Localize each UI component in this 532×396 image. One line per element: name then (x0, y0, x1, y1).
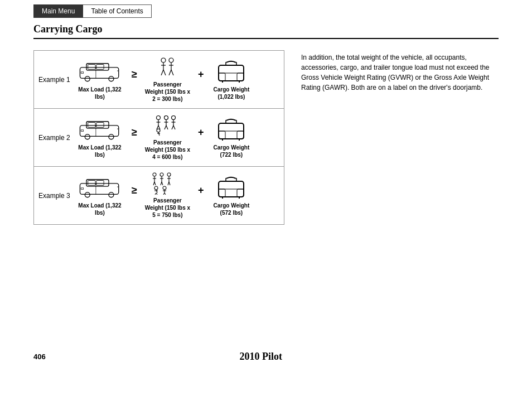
svg-rect-9 (81, 72, 83, 74)
vehicle-3: Max Load (1,322 lbs) (75, 175, 125, 216)
svg-point-3 (109, 76, 114, 81)
svg-point-2 (85, 76, 90, 81)
vehicle-2: Max Load (1,322 lbs) (75, 117, 125, 158)
svg-rect-98 (237, 189, 244, 197)
svg-rect-5 (88, 65, 95, 70)
cargo-2: Cargo Weight (722 lbs) (210, 117, 252, 158)
svg-rect-65 (88, 181, 95, 186)
example-2-label: Example 2 (38, 134, 75, 142)
vehicle-name: 2010 Pilot (46, 351, 476, 363)
person-figures-3 (151, 172, 184, 195)
right-description: In addition, the total weight of the veh… (301, 50, 499, 225)
example-1-row: Example 1 (34, 51, 284, 109)
example-3-label: Example 3 (38, 192, 75, 200)
svg-line-45 (166, 125, 168, 129)
svg-point-41 (165, 116, 168, 120)
passenger-3-caption: Passenger Weight (150 lbs x 5 = 750 lbs) (144, 197, 191, 219)
svg-rect-32 (96, 123, 104, 128)
passengers-1: Passenger Weight (150 lbs x 2 = 300 lbs) (144, 56, 191, 103)
cargo-icon (216, 59, 246, 84)
gte-operator-2: ≥ (132, 127, 137, 138)
svg-point-51 (157, 129, 160, 132)
svg-rect-56 (219, 131, 225, 139)
passenger-2-caption: Passenger Weight (150 lbs x 4 = 600 lbs) (144, 139, 191, 161)
cargo-3-caption: Cargo Weight (572 lbs) (210, 202, 252, 216)
passengers-2: Passenger Weight (150 lbs x 4 = 600 lbs) (144, 114, 191, 161)
main-content: Example 1 (0, 39, 532, 225)
svg-rect-66 (96, 181, 104, 186)
gte-operator-3: ≥ (132, 185, 137, 196)
cargo-2-caption: Cargo Weight (722 lbs) (210, 144, 252, 158)
svg-line-19 (171, 70, 173, 75)
vehicle-icon-2 (78, 117, 122, 142)
svg-point-10 (161, 58, 166, 62)
example-3-row: Example 3 Max L (34, 167, 284, 224)
example-1-visuals: Max Load (1,322 lbs) ≥ (75, 56, 279, 103)
svg-point-15 (169, 58, 173, 62)
cargo-1: Cargo Weight (1,022 lbs) (210, 59, 252, 100)
svg-line-94 (165, 193, 166, 195)
svg-line-14 (163, 70, 166, 75)
svg-rect-6 (96, 65, 104, 70)
svg-line-83 (168, 182, 169, 185)
svg-rect-35 (81, 130, 83, 132)
svg-line-44 (165, 125, 166, 129)
example-1-label: Example 1 (38, 76, 75, 84)
example-3-visuals: Max Load (1,322 lbs) ≥ (75, 172, 279, 219)
person-figures-1 (159, 56, 176, 79)
vehicle-1-caption: Max Load (1,322 lbs) (75, 86, 125, 100)
cargo-3: Cargo Weight (572 lbs) (210, 175, 252, 216)
svg-line-79 (162, 182, 163, 185)
svg-point-90 (163, 186, 166, 190)
person-icons-5 (151, 172, 184, 195)
person-figures-2 (154, 114, 181, 137)
svg-line-52 (158, 132, 159, 136)
svg-line-18 (169, 70, 171, 75)
svg-point-75 (160, 173, 163, 176)
svg-line-84 (169, 182, 170, 185)
passenger-1-caption: Passenger Weight (150 lbs x 2 = 300 lbs) (144, 81, 191, 103)
svg-rect-23 (237, 73, 244, 81)
toc-button[interactable]: Table of Contents (83, 4, 151, 18)
svg-point-36 (157, 116, 161, 120)
footer: 406 2010 Pilot (33, 351, 499, 363)
svg-line-49 (172, 125, 173, 129)
gte-operator-1: ≥ (132, 69, 137, 80)
svg-line-73 (153, 182, 154, 185)
page-number: 406 (33, 352, 46, 361)
svg-rect-31 (88, 123, 95, 128)
svg-point-80 (167, 173, 171, 176)
svg-point-85 (154, 186, 158, 190)
vehicle-icon-3 (78, 175, 122, 200)
person-icons-4 (154, 115, 181, 137)
cargo-1-caption: Cargo Weight (1,022 lbs) (210, 86, 252, 100)
example-2-row: Example 2 Max L (34, 109, 284, 167)
plus-sign-3: + (198, 185, 204, 196)
svg-point-63 (109, 192, 114, 197)
svg-rect-22 (219, 73, 225, 81)
svg-rect-69 (81, 188, 83, 190)
svg-point-29 (109, 134, 114, 139)
cargo-icon-3 (216, 175, 246, 200)
cargo-icon-2 (216, 117, 246, 142)
svg-line-78 (161, 182, 162, 185)
svg-point-62 (85, 192, 90, 197)
example-2-visuals: Max Load (1,322 lbs) ≥ (75, 114, 279, 161)
vehicle-1: Max Load (1,322 lbs) (75, 59, 125, 100)
top-navigation: Main Menu Table of Contents (0, 0, 532, 22)
svg-rect-97 (219, 189, 225, 197)
plus-sign-2: + (198, 127, 204, 138)
cargo-diagram: Example 1 (33, 50, 284, 225)
svg-line-74 (154, 182, 156, 185)
vehicle-2-caption: Max Load (1,322 lbs) (75, 144, 125, 158)
svg-line-13 (161, 70, 163, 75)
main-menu-button[interactable]: Main Menu (33, 4, 83, 18)
svg-line-89 (156, 193, 157, 195)
page-title: Carrying Cargo (33, 23, 102, 35)
plus-sign-1: + (198, 69, 204, 80)
passengers-3: Passenger Weight (150 lbs x 5 = 750 lbs) (144, 172, 191, 219)
svg-line-86 (156, 190, 157, 193)
svg-point-28 (85, 134, 90, 139)
svg-point-46 (172, 116, 176, 120)
vehicle-3-caption: Max Load (1,322 lbs) (75, 202, 125, 216)
